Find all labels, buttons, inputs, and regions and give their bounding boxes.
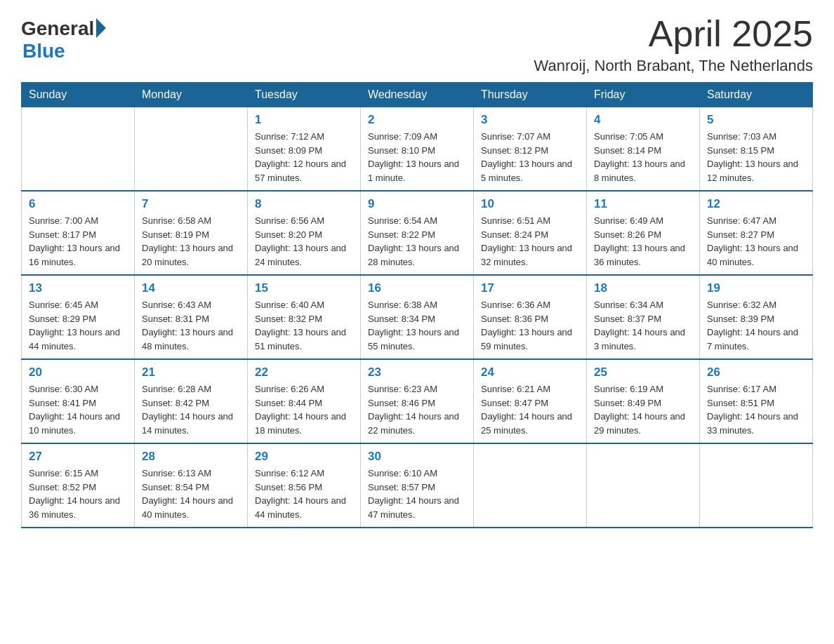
header-cell-saturday: Saturday bbox=[700, 83, 813, 107]
calendar-week-row: 1Sunrise: 7:12 AMSunset: 8:09 PMDaylight… bbox=[22, 107, 813, 192]
day-number: 1 bbox=[255, 113, 353, 127]
day-number: 9 bbox=[368, 197, 466, 211]
day-info: Sunrise: 6:17 AMSunset: 8:51 PMDaylight:… bbox=[707, 382, 805, 437]
calendar-cell: 27Sunrise: 6:15 AMSunset: 8:52 PMDayligh… bbox=[22, 443, 135, 528]
header-cell-sunday: Sunday bbox=[22, 83, 135, 107]
day-info: Sunrise: 6:30 AMSunset: 8:41 PMDaylight:… bbox=[29, 382, 127, 437]
calendar-cell: 7Sunrise: 6:58 AMSunset: 8:19 PMDaylight… bbox=[135, 191, 248, 275]
header-cell-tuesday: Tuesday bbox=[248, 83, 361, 107]
day-number: 26 bbox=[707, 365, 805, 380]
day-number: 16 bbox=[368, 281, 466, 295]
day-info: Sunrise: 6:12 AMSunset: 8:56 PMDaylight:… bbox=[255, 467, 353, 521]
day-info: Sunrise: 7:03 AMSunset: 8:15 PMDaylight:… bbox=[707, 130, 805, 185]
calendar-cell: 15Sunrise: 6:40 AMSunset: 8:32 PMDayligh… bbox=[248, 275, 361, 359]
calendar-cell: 8Sunrise: 6:56 AMSunset: 8:20 PMDaylight… bbox=[248, 191, 361, 275]
day-number: 18 bbox=[594, 281, 692, 295]
calendar-cell: 5Sunrise: 7:03 AMSunset: 8:15 PMDaylight… bbox=[700, 107, 813, 192]
month-title: April 2025 bbox=[534, 14, 813, 54]
day-info: Sunrise: 6:15 AMSunset: 8:52 PMDaylight:… bbox=[29, 467, 127, 521]
day-info: Sunrise: 6:43 AMSunset: 8:31 PMDaylight:… bbox=[142, 298, 240, 353]
calendar-cell: 18Sunrise: 6:34 AMSunset: 8:37 PMDayligh… bbox=[587, 275, 700, 359]
calendar-cell: 2Sunrise: 7:09 AMSunset: 8:10 PMDaylight… bbox=[361, 107, 474, 192]
calendar-cell: 28Sunrise: 6:13 AMSunset: 8:54 PMDayligh… bbox=[135, 443, 248, 528]
calendar-cell: 4Sunrise: 7:05 AMSunset: 8:14 PMDaylight… bbox=[587, 107, 700, 192]
calendar-cell: 11Sunrise: 6:49 AMSunset: 8:26 PMDayligh… bbox=[587, 191, 700, 275]
day-number: 5 bbox=[707, 113, 805, 127]
day-info: Sunrise: 6:45 AMSunset: 8:29 PMDaylight:… bbox=[29, 298, 127, 353]
day-number: 7 bbox=[142, 197, 240, 211]
day-number: 29 bbox=[255, 450, 353, 464]
day-info: Sunrise: 6:21 AMSunset: 8:47 PMDaylight:… bbox=[481, 382, 579, 437]
day-info: Sunrise: 6:26 AMSunset: 8:44 PMDaylight:… bbox=[255, 382, 353, 437]
header-cell-friday: Friday bbox=[587, 83, 700, 107]
day-number: 23 bbox=[368, 365, 466, 380]
location-title: Wanroij, North Brabant, The Netherlands bbox=[534, 57, 813, 75]
day-info: Sunrise: 6:32 AMSunset: 8:39 PMDaylight:… bbox=[707, 298, 805, 353]
calendar-cell: 20Sunrise: 6:30 AMSunset: 8:41 PMDayligh… bbox=[22, 359, 135, 443]
calendar-header-row: SundayMondayTuesdayWednesdayThursdayFrid… bbox=[22, 83, 813, 107]
calendar-cell: 30Sunrise: 6:10 AMSunset: 8:57 PMDayligh… bbox=[361, 443, 474, 528]
header-cell-wednesday: Wednesday bbox=[361, 83, 474, 107]
day-info: Sunrise: 6:47 AMSunset: 8:27 PMDaylight:… bbox=[707, 214, 805, 269]
day-number: 10 bbox=[481, 197, 579, 211]
day-number: 2 bbox=[368, 113, 466, 127]
day-number: 14 bbox=[142, 281, 240, 295]
calendar-cell: 21Sunrise: 6:28 AMSunset: 8:42 PMDayligh… bbox=[135, 359, 248, 443]
day-info: Sunrise: 6:10 AMSunset: 8:57 PMDaylight:… bbox=[368, 467, 466, 521]
logo-general: General bbox=[21, 18, 94, 40]
day-number: 21 bbox=[142, 365, 240, 380]
day-number: 25 bbox=[594, 365, 692, 380]
day-info: Sunrise: 7:07 AMSunset: 8:12 PMDaylight:… bbox=[481, 130, 579, 185]
calendar-cell: 24Sunrise: 6:21 AMSunset: 8:47 PMDayligh… bbox=[474, 359, 587, 443]
day-number: 19 bbox=[707, 281, 805, 295]
calendar-cell: 29Sunrise: 6:12 AMSunset: 8:56 PMDayligh… bbox=[248, 443, 361, 528]
day-number: 15 bbox=[255, 281, 353, 295]
calendar-cell: 10Sunrise: 6:51 AMSunset: 8:24 PMDayligh… bbox=[474, 191, 587, 275]
calendar-cell: 3Sunrise: 7:07 AMSunset: 8:12 PMDaylight… bbox=[474, 107, 587, 192]
day-number: 4 bbox=[594, 113, 692, 127]
day-number: 28 bbox=[142, 450, 240, 464]
calendar-week-row: 13Sunrise: 6:45 AMSunset: 8:29 PMDayligh… bbox=[22, 275, 813, 359]
day-info: Sunrise: 6:51 AMSunset: 8:24 PMDaylight:… bbox=[481, 214, 579, 269]
day-info: Sunrise: 6:36 AMSunset: 8:36 PMDaylight:… bbox=[481, 298, 579, 353]
day-info: Sunrise: 6:19 AMSunset: 8:49 PMDaylight:… bbox=[594, 382, 692, 437]
calendar-cell: 12Sunrise: 6:47 AMSunset: 8:27 PMDayligh… bbox=[700, 191, 813, 275]
day-number: 12 bbox=[707, 197, 805, 211]
day-info: Sunrise: 6:56 AMSunset: 8:20 PMDaylight:… bbox=[255, 214, 353, 269]
header-cell-monday: Monday bbox=[135, 83, 248, 107]
day-info: Sunrise: 6:28 AMSunset: 8:42 PMDaylight:… bbox=[142, 382, 240, 437]
day-number: 27 bbox=[29, 450, 127, 464]
day-info: Sunrise: 6:58 AMSunset: 8:19 PMDaylight:… bbox=[142, 214, 240, 269]
header: General Blue April 2025 Wanroij, North B… bbox=[21, 14, 813, 75]
day-number: 30 bbox=[368, 450, 466, 464]
calendar-cell: 19Sunrise: 6:32 AMSunset: 8:39 PMDayligh… bbox=[700, 275, 813, 359]
calendar-cell: 6Sunrise: 7:00 AMSunset: 8:17 PMDaylight… bbox=[22, 191, 135, 275]
day-info: Sunrise: 6:13 AMSunset: 8:54 PMDaylight:… bbox=[142, 467, 240, 521]
day-number: 8 bbox=[255, 197, 353, 211]
calendar-table: SundayMondayTuesdayWednesdayThursdayFrid… bbox=[21, 82, 813, 528]
calendar-cell bbox=[700, 443, 813, 528]
calendar-cell: 9Sunrise: 6:54 AMSunset: 8:22 PMDaylight… bbox=[361, 191, 474, 275]
logo-blue: Blue bbox=[22, 40, 65, 62]
day-number: 3 bbox=[481, 113, 579, 127]
day-info: Sunrise: 7:05 AMSunset: 8:14 PMDaylight:… bbox=[594, 130, 692, 185]
day-info: Sunrise: 6:38 AMSunset: 8:34 PMDaylight:… bbox=[368, 298, 466, 353]
calendar-week-row: 20Sunrise: 6:30 AMSunset: 8:41 PMDayligh… bbox=[22, 359, 813, 443]
day-number: 22 bbox=[255, 365, 353, 380]
day-number: 17 bbox=[481, 281, 579, 295]
calendar-cell bbox=[22, 107, 135, 192]
calendar-cell: 16Sunrise: 6:38 AMSunset: 8:34 PMDayligh… bbox=[361, 275, 474, 359]
calendar-cell bbox=[135, 107, 248, 192]
calendar-cell: 22Sunrise: 6:26 AMSunset: 8:44 PMDayligh… bbox=[248, 359, 361, 443]
day-info: Sunrise: 6:23 AMSunset: 8:46 PMDaylight:… bbox=[368, 382, 466, 437]
calendar-cell: 1Sunrise: 7:12 AMSunset: 8:09 PMDaylight… bbox=[248, 107, 361, 192]
header-cell-thursday: Thursday bbox=[474, 83, 587, 107]
day-info: Sunrise: 6:54 AMSunset: 8:22 PMDaylight:… bbox=[368, 214, 466, 269]
day-number: 11 bbox=[594, 197, 692, 211]
day-info: Sunrise: 6:34 AMSunset: 8:37 PMDaylight:… bbox=[594, 298, 692, 353]
calendar-week-row: 6Sunrise: 7:00 AMSunset: 8:17 PMDaylight… bbox=[22, 191, 813, 275]
day-number: 24 bbox=[481, 365, 579, 380]
logo: General Blue bbox=[21, 14, 106, 62]
calendar-cell: 13Sunrise: 6:45 AMSunset: 8:29 PMDayligh… bbox=[22, 275, 135, 359]
calendar-cell: 23Sunrise: 6:23 AMSunset: 8:46 PMDayligh… bbox=[361, 359, 474, 443]
